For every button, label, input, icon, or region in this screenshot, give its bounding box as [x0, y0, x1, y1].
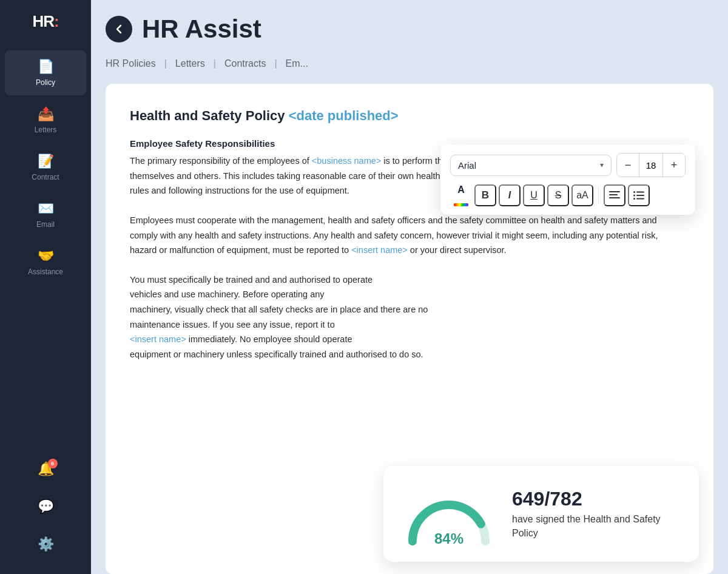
insert-name-placeholder-2: <insert name> [130, 334, 186, 344]
font-size-decrease-button[interactable]: − [617, 154, 639, 177]
sidebar-bottom: 🔔 6 💬 ⚙️ [0, 451, 91, 574]
font-name-label: Arial [458, 160, 476, 171]
business-name-placeholder: <business name> [312, 156, 381, 166]
sidebar-item-settings[interactable]: ⚙️ [5, 528, 86, 561]
notification-badge: 6 [48, 459, 58, 468]
section-1-para-3: You must specifically be trained and and… [130, 272, 677, 362]
document-area: Arial ▾ − 18 + A B I U [106, 84, 713, 574]
sidebar-item-policy[interactable]: 📄 Policy [5, 50, 86, 95]
svg-rect-6 [636, 195, 644, 196]
tab-hr-policies[interactable]: HR Policies [106, 56, 163, 72]
svg-rect-2 [609, 197, 620, 198]
svg-point-7 [633, 198, 635, 200]
svg-rect-1 [609, 194, 618, 195]
sidebar-item-notifications[interactable]: 🔔 6 [5, 453, 86, 485]
strikethrough-button[interactable]: S [547, 184, 569, 206]
underline-button[interactable]: U [523, 184, 545, 206]
page-title: HR Assist [142, 15, 261, 44]
page-header: HR Assist [106, 15, 713, 44]
font-size-increase-button[interactable]: + [663, 154, 685, 177]
nav-tabs: HR Policies | Letters | Contracts | Em..… [106, 56, 713, 72]
font-size-control: − 18 + [616, 153, 686, 177]
assistance-icon: 🤝 [38, 248, 54, 264]
sidebar-item-letters[interactable]: 📤 Letters [5, 98, 86, 143]
font-select-dropdown[interactable]: Arial ▾ [450, 155, 612, 176]
section-1-para-2: Employees must cooperate with the manage… [130, 213, 677, 258]
insert-name-placeholder-1: <insert name> [351, 245, 408, 255]
text-color-button[interactable]: A [450, 184, 472, 206]
italic-button[interactable]: I [499, 184, 521, 206]
tab-contracts[interactable]: Contracts [217, 56, 273, 72]
svg-rect-8 [636, 198, 644, 200]
stats-card: 84% 649/782 have signed the Health and S… [383, 466, 699, 562]
stats-text: 649/782 have signed the Health and Safet… [512, 488, 682, 540]
toolbar-separator [598, 187, 599, 204]
stats-count: 649/782 [512, 488, 682, 510]
settings-icon: ⚙️ [38, 536, 54, 552]
toolbar-row-format: A B I U S aA [450, 184, 686, 206]
svg-rect-4 [636, 192, 644, 193]
chevron-down-icon: ▾ [600, 161, 604, 169]
sidebar-label-letters: Letters [35, 126, 57, 134]
sidebar-item-chat[interactable]: 💬 [5, 490, 86, 523]
svg-point-3 [633, 191, 635, 193]
main-content: HR Assist HR Policies | Letters | Contra… [91, 0, 728, 574]
sidebar-label-email: Email [36, 220, 55, 229]
font-size-value: 18 [639, 154, 663, 177]
bold-button[interactable]: B [474, 184, 496, 206]
contract-icon: 📝 [38, 154, 54, 169]
stats-description: have signed the Health and Safety Policy [512, 513, 682, 540]
color-a-label: A [457, 185, 465, 195]
gauge-chart: 84% [400, 481, 497, 547]
list-button[interactable] [628, 184, 650, 206]
app-logo: HR: [32, 12, 58, 31]
sidebar-item-assistance[interactable]: 🤝 Assistance [5, 240, 86, 285]
date-placeholder: <date published> [289, 108, 399, 123]
sidebar-label-contract: Contract [32, 173, 59, 181]
color-bar [454, 203, 468, 206]
letters-icon: 📤 [38, 106, 54, 122]
email-icon: ✉️ [38, 201, 54, 217]
policy-icon: 📄 [38, 59, 54, 75]
back-button[interactable] [106, 16, 132, 42]
sidebar-item-contract[interactable]: 📝 Contract [5, 145, 86, 190]
case-button[interactable]: aA [571, 184, 593, 206]
tab-em[interactable]: Em... [278, 56, 315, 72]
align-button[interactable] [604, 184, 625, 206]
sidebar-item-email[interactable]: ✉️ Email [5, 192, 86, 237]
sidebar-label-policy: Policy [36, 78, 55, 87]
sidebar: HR: 📄 Policy 📤 Letters 📝 Contract ✉️ Ema… [0, 0, 91, 574]
gauge-percentage: 84% [434, 530, 463, 547]
document-title: Health and Safety Policy <date published… [130, 108, 677, 124]
tab-letters[interactable]: Letters [168, 56, 212, 72]
svg-rect-0 [609, 191, 620, 192]
sidebar-label-assistance: Assistance [28, 268, 63, 276]
chat-icon: 💬 [38, 499, 54, 515]
svg-point-5 [633, 195, 635, 197]
formatting-toolbar: Arial ▾ − 18 + A B I U [440, 144, 695, 215]
toolbar-row-font: Arial ▾ − 18 + [450, 153, 686, 177]
